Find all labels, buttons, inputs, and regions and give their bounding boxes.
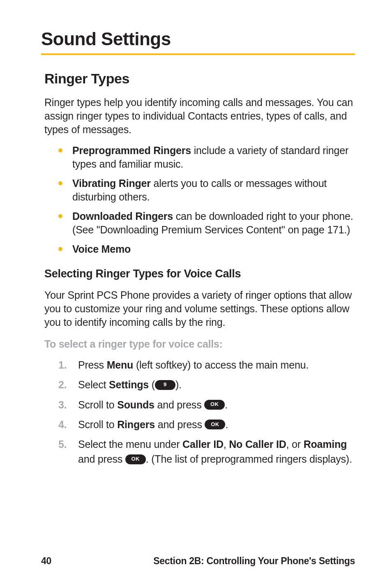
step-text: , bbox=[224, 438, 229, 450]
section-heading-ringer-types: Ringer Types bbox=[44, 71, 355, 87]
bullet-item-preprogrammed: Preprogrammed Ringers include a variety … bbox=[58, 144, 355, 171]
bullet-item-downloaded: Downloaded Ringers can be downloaded rig… bbox=[58, 210, 355, 237]
step-bold: Roaming bbox=[304, 438, 347, 450]
step-5: 5. Select the menu under Caller ID, No C… bbox=[58, 437, 355, 467]
key-ok-icon: OK bbox=[205, 420, 225, 429]
step-1: 1. Press Menu (left softkey) to access t… bbox=[58, 357, 355, 372]
step-text: . (The list of preprogrammed ringers dis… bbox=[146, 453, 352, 465]
page-footer: 40 Section 2B: Controlling Your Phone's … bbox=[41, 556, 355, 567]
step-bold: Caller ID bbox=[182, 438, 224, 450]
step-text: Select bbox=[78, 379, 109, 390]
step-text: and press bbox=[155, 419, 205, 430]
bullet-bold: Vibrating Ringer bbox=[72, 178, 151, 189]
step-number: 4. bbox=[58, 417, 67, 432]
step-text: and press bbox=[78, 453, 125, 465]
step-4: 4. Scroll to Ringers and press OK. bbox=[58, 417, 355, 432]
step-text: Select the menu under bbox=[78, 438, 182, 450]
bullet-bold: Voice Memo bbox=[72, 243, 131, 255]
bullet-bold: Preprogrammed Ringers bbox=[72, 145, 191, 156]
step-bold: Menu bbox=[107, 359, 133, 371]
step-2: 2. Select Settings (9). bbox=[58, 377, 355, 392]
key-ok-icon: OK bbox=[204, 400, 225, 410]
subheading-selecting-ringer: Selecting Ringer Types for Voice Calls bbox=[44, 267, 355, 280]
instruction-label: To select a ringer type for voice calls: bbox=[44, 338, 355, 350]
bullet-item-vibrating: Vibrating Ringer alerts you to calls or … bbox=[58, 177, 355, 204]
step-text: . bbox=[225, 419, 228, 430]
step-3: 3. Scroll to Sounds and press OK. bbox=[58, 397, 355, 412]
title-underline bbox=[41, 53, 355, 55]
step-number: 2. bbox=[58, 377, 67, 392]
step-text: ). bbox=[175, 379, 182, 390]
footer-section-label: Section 2B: Controlling Your Phone's Set… bbox=[153, 556, 355, 567]
step-bold: Settings bbox=[109, 379, 149, 390]
step-text: (left softkey) to access the main menu. bbox=[133, 359, 309, 371]
step-text: , or bbox=[286, 438, 304, 450]
bullet-list: Preprogrammed Ringers include a variety … bbox=[58, 144, 355, 256]
step-text: ( bbox=[149, 379, 155, 390]
intro-paragraph: Ringer types help you identify incoming … bbox=[44, 96, 355, 136]
key-9-icon: 9 bbox=[155, 380, 175, 390]
step-text: Press bbox=[78, 359, 107, 371]
description-paragraph: Your Sprint PCS Phone provides a variety… bbox=[44, 288, 355, 329]
bullet-bold: Downloaded Ringers bbox=[72, 210, 173, 222]
step-text: . bbox=[225, 399, 228, 410]
step-number: 3. bbox=[58, 397, 67, 412]
steps-list: 1. Press Menu (left softkey) to access t… bbox=[58, 357, 355, 467]
step-number: 1. bbox=[58, 357, 67, 372]
page-title: Sound Settings bbox=[41, 29, 355, 49]
page-number: 40 bbox=[41, 556, 51, 567]
step-bold: No Caller ID bbox=[229, 438, 286, 450]
step-bold: Sounds bbox=[117, 399, 154, 410]
bullet-item-voice-memo: Voice Memo bbox=[58, 242, 355, 256]
step-text: Scroll to bbox=[78, 419, 117, 430]
step-text: and press bbox=[154, 399, 204, 410]
key-ok-icon: OK bbox=[125, 454, 146, 464]
step-number: 5. bbox=[58, 437, 67, 452]
step-text: Scroll to bbox=[78, 399, 117, 410]
step-bold: Ringers bbox=[117, 419, 155, 430]
